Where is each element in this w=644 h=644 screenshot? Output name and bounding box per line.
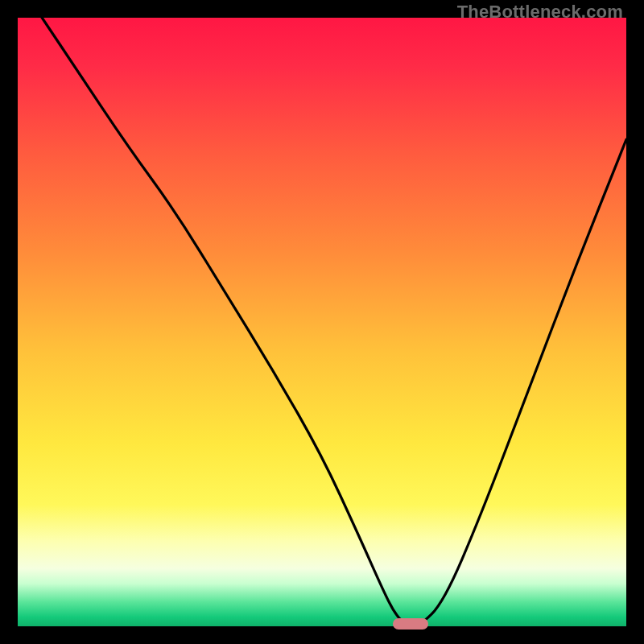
optimum-marker: [393, 618, 428, 630]
chart-background-gradient: [18, 18, 626, 626]
chart-frame: [18, 18, 626, 626]
chart-plot: [18, 18, 626, 626]
watermark-text: TheBottleneck.com: [457, 2, 623, 23]
